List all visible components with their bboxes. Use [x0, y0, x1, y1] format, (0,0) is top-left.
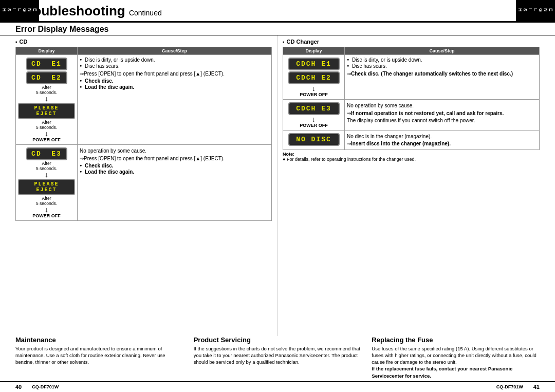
model-num-left: CQ-DF701W: [32, 384, 59, 389]
model-num-right: CQ-DF701W: [496, 384, 523, 389]
replacing-fuse-text: Use fuses of the same specified rating (…: [372, 345, 540, 366]
page-num-left: 40: [15, 384, 22, 390]
table-row: CDCH E1 CDCH E2 ↓ POWER OFF Disc is dirt…: [283, 55, 540, 100]
after-label-4: After5 seconds.: [36, 196, 57, 206]
cd-section-title: CD: [15, 39, 272, 45]
left-cd-section: CD Display Cause/Step CD E1 CD E2 After5…: [15, 35, 278, 336]
page-title: Troubleshooting Continued: [21, 3, 162, 18]
lcd-cd-e1: CD E1: [26, 58, 67, 70]
col-cause-left: Cause/Step: [78, 47, 272, 55]
maintenance-section: Maintenance Your product is designed and…: [15, 336, 183, 379]
main-content: CD Display Cause/Step CD E1 CD E2 After5…: [0, 35, 555, 336]
sub-header: Error Display Messages: [0, 23, 555, 35]
lower-sections: Maintenance Your product is designed and…: [0, 336, 555, 381]
display-cell-r1: CDCH E1 CDCH E2 ↓ POWER OFF: [283, 55, 345, 100]
cause-list-r1: Disc is dirty, or is upside down. Disc h…: [347, 57, 537, 69]
product-servicing-title: Product Servicing: [194, 336, 362, 344]
power-off-label-2: POWER OFF: [32, 213, 61, 218]
product-servicing-section: Product Servicing If the suggestions in …: [194, 336, 362, 379]
note-text: ● For details, refer to operating instru…: [283, 157, 416, 162]
lcd-cd-e2: CD E2: [26, 71, 67, 84]
display-cell-1: CD E1 CD E2 After5 seconds. ↓ PLEASE EJE…: [16, 55, 78, 145]
cause-item: Check disc.: [80, 78, 269, 84]
table-row: CDCH E3 ↓ POWER OFF No operation by some…: [283, 100, 540, 130]
side-label-right: ENGLISH: [516, 0, 555, 21]
lcd-cdch-e1: CDCH E1: [288, 58, 340, 70]
lcd-cdch-e3: CDCH E3: [288, 102, 340, 115]
table-row: NO DISC No disc is in the changer (magaz…: [283, 130, 540, 150]
cause-list-1: Disc is dirty, or is upside down. Disc h…: [80, 57, 269, 69]
cause-item: Disc has scars.: [80, 63, 269, 69]
col-cause-right: Cause/Step: [345, 47, 540, 55]
lcd-no-disc: NO DISC: [288, 133, 340, 146]
after-label-1: After5 seconds.: [36, 85, 57, 95]
cause-item: Check disc.: [80, 163, 269, 169]
header: ENGLISH Troubleshooting Continued ENGLIS…: [0, 0, 555, 23]
col-display-left: Display: [16, 47, 78, 55]
lcd-cd-e3: CD E3: [26, 147, 67, 160]
display-cell-2: CD E3 After5 seconds. ↓ PLEASE EJECT Aft…: [16, 145, 78, 221]
cause-item: Disc has scars.: [347, 63, 537, 69]
note-title: Note:: [283, 152, 294, 157]
power-off-label-r2: POWER OFF: [300, 123, 328, 128]
arrow-down-4: ↓: [45, 206, 48, 213]
side-label-left: ENGLISH: [0, 0, 39, 21]
replacing-fuse-title: Replacing the Fuse: [372, 336, 540, 344]
lcd-cdch-e2: CDCH E2: [288, 71, 340, 84]
power-off-label-r1: POWER OFF: [300, 92, 328, 97]
footer: 40 CQ-DF701W CQ-DF701W 41: [0, 381, 555, 392]
arrow-down-2: ↓: [45, 130, 48, 137]
error-display-title: Error Display Messages: [15, 25, 540, 34]
col-display-right: Display: [283, 47, 345, 55]
lower-grid: Maintenance Your product is designed and…: [15, 336, 540, 379]
cause-cell-r2: No operation by some cause. ⇒If normal o…: [345, 100, 540, 130]
cd-error-table: Display Cause/Step CD E1 CD E2 After5 se…: [15, 47, 272, 221]
arrow-down-r2: ↓: [312, 116, 316, 123]
cause-cell-r1: Disc is dirty, or is upside down. Disc h…: [345, 55, 540, 100]
replacing-fuse-section: Replacing the Fuse Use fuses of the same…: [372, 336, 540, 379]
cause-cell-r3: No disc is in the changer (magazine). ⇒I…: [345, 130, 540, 150]
cause-item: Load the disc again.: [80, 169, 269, 175]
lcd-please-eject-1: PLEASE EJECT: [18, 103, 75, 119]
maintenance-text: Your product is designed and manufacture…: [15, 345, 183, 366]
cd-changer-error-table: Display Cause/Step CDCH E1 CDCH E2 ↓ POW…: [283, 47, 540, 150]
product-servicing-text: If the suggestions in the charts do not …: [194, 345, 362, 366]
replacing-fuse-bold-note: If the replacement fuse fails, contact y…: [372, 365, 540, 379]
arrow-down-r1: ↓: [312, 85, 316, 92]
note-section: Note: ● For details, refer to operating …: [283, 152, 540, 162]
display-cell-r2: CDCH E3 ↓ POWER OFF: [283, 100, 345, 130]
power-off-label-1: POWER OFF: [32, 137, 61, 142]
page-num-right: 41: [533, 384, 540, 390]
cause-cell-1: Disc is dirty, or is upside down. Disc h…: [78, 55, 272, 145]
lcd-please-eject-2: PLEASE EJECT: [18, 179, 75, 195]
cause-item: Disc is dirty, or is upside down.: [80, 57, 269, 63]
cause-item: Disc is dirty, or is upside down.: [347, 57, 537, 63]
display-cell-r3: NO DISC: [283, 130, 345, 150]
arrow-down-1: ↓: [45, 95, 48, 102]
cd-changer-section-title: CD Changer: [283, 39, 540, 45]
cause-item: Load the disc again.: [80, 84, 269, 90]
arrow-down-3: ↓: [45, 171, 48, 178]
cause-list-2: Check disc. Load the disc again.: [80, 78, 269, 90]
table-row: CD E1 CD E2 After5 seconds. ↓ PLEASE EJE…: [16, 55, 272, 145]
right-cd-changer-section: CD Changer Display Cause/Step CDCH E1 CD…: [278, 35, 540, 336]
cause-cell-2: No operation by some cause. ⇒Press [OPEN…: [78, 145, 272, 221]
cause-list-3: Check disc. Load the disc again.: [80, 163, 269, 175]
after-label-3: After5 seconds.: [36, 161, 57, 171]
table-row: CD E3 After5 seconds. ↓ PLEASE EJECT Aft…: [16, 145, 272, 221]
after-label-2: After5 seconds.: [36, 120, 57, 130]
maintenance-title: Maintenance: [15, 336, 183, 344]
